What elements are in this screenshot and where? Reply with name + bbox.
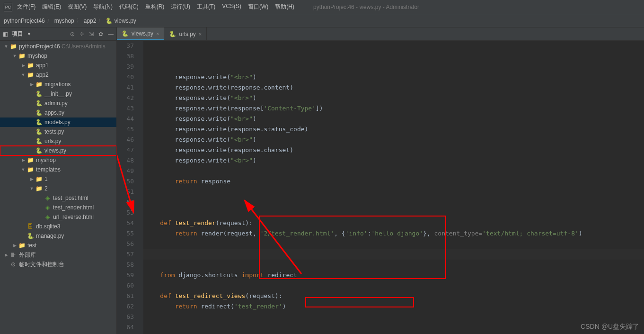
breadcrumb-item[interactable]: 🐍 views.py	[106, 18, 136, 24]
breadcrumb-item[interactable]: app2	[84, 18, 97, 24]
tree-item[interactable]: ⊘临时文件和控制台	[0, 260, 116, 269]
fold-gutter[interactable]	[138, 41, 143, 334]
menu-item[interactable]: 导航(N)	[91, 2, 115, 12]
tree-item[interactable]: 🐍__init__.py	[0, 89, 116, 99]
breadcrumb-bar: pythonProject46〉myshop〉app2〉🐍 views.py	[0, 14, 644, 27]
menu-item[interactable]: 文件(F)	[15, 2, 37, 12]
tree-item[interactable]: ▼📁app2	[0, 70, 116, 80]
dropdown-icon[interactable]: ▼	[27, 32, 31, 36]
tree-item[interactable]: ◈test_render.html	[0, 203, 116, 212]
tree-item[interactable]: 🐍models.py	[0, 117, 116, 127]
menu-item[interactable]: 帮助(H)	[273, 2, 296, 12]
app-logo: PC	[4, 3, 12, 11]
tree-item[interactable]: 🐍tests.py	[0, 127, 116, 136]
tree-item[interactable]: 🗄db.sqlite3	[0, 222, 116, 231]
tree-item[interactable]: 🐍admin.py	[0, 99, 116, 108]
tree-item[interactable]: 🐍urls.py	[0, 136, 116, 146]
hide-icon[interactable]: —	[108, 31, 114, 37]
tree-item[interactable]: ▼📁templates	[0, 165, 116, 174]
title-bar: PC 文件(F)编辑(E)视图(V)导航(N)代码(C)重构(R)运行(U)工具…	[0, 0, 644, 14]
code-content[interactable]: response.write("<br>") response.write(re…	[143, 41, 644, 334]
close-icon[interactable]: ×	[156, 31, 159, 36]
menu-item[interactable]: 运行(U)	[169, 2, 192, 12]
line-gutter: 3738394041424344454647484950515253545556…	[117, 41, 138, 334]
close-icon[interactable]: ×	[199, 31, 202, 37]
tree-item[interactable]: ▶📁app1	[0, 61, 116, 70]
tree-item[interactable]: ▼📁2	[0, 184, 116, 193]
tree-item[interactable]: 🐍views.py	[0, 146, 116, 155]
tree-item[interactable]: ◈url_reverse.html	[0, 212, 116, 222]
tree-item[interactable]: ▼📁pythonProject46 C:\Users\Adminis	[0, 42, 116, 51]
project-tree[interactable]: ▼📁pythonProject46 C:\Users\Adminis▼📁mysh…	[0, 41, 116, 334]
tree-item[interactable]: ▶📁migrations	[0, 80, 116, 89]
sidebar-header: ◧ 项目 ▼ ⊙ ≑ ⇲ ✿ —	[0, 27, 116, 41]
breadcrumb-item[interactable]: myshop	[54, 18, 74, 24]
menu-item[interactable]: 视图(V)	[66, 2, 88, 12]
watermark: CSDN @U盘失踪了	[581, 323, 639, 331]
main-menu: 文件(F)编辑(E)视图(V)导航(N)代码(C)重构(R)运行(U)工具(T)…	[15, 2, 296, 12]
collapse-icon[interactable]: ⇲	[89, 31, 94, 37]
tree-item[interactable]: ▶📁test	[0, 241, 116, 250]
breadcrumb-item[interactable]: pythonProject46	[4, 18, 45, 24]
project-sidebar: ◧ 项目 ▼ ⊙ ≑ ⇲ ✿ — ▼📁pythonProject46 C:\Us…	[0, 27, 117, 334]
project-tool-icon[interactable]: ◧	[3, 31, 8, 37]
tree-item[interactable]: 🐍apps.py	[0, 108, 116, 117]
tree-item[interactable]: ▶⊪外部库	[0, 250, 116, 260]
tree-item[interactable]: ◈test_post.html	[0, 193, 116, 203]
sidebar-title[interactable]: 项目	[12, 30, 23, 38]
expand-icon[interactable]: ≑	[79, 31, 84, 37]
menu-item[interactable]: 工具(T)	[195, 2, 217, 12]
menu-item[interactable]: 编辑(E)	[40, 2, 63, 12]
tree-item[interactable]: ▶📁1	[0, 174, 116, 184]
menu-item[interactable]: 重构(R)	[143, 2, 167, 12]
menu-item[interactable]: VCS(S)	[220, 2, 243, 12]
code-editor[interactable]: 3738394041424344454647484950515253545556…	[117, 41, 644, 334]
editor-tab[interactable]: 🐍urls.py×	[164, 27, 207, 40]
locate-icon[interactable]: ⊙	[70, 31, 75, 37]
tree-item[interactable]: 🐍manage.py	[0, 231, 116, 241]
editor-tabs: 🐍views.py×🐍urls.py×	[117, 27, 644, 41]
tree-item[interactable]: ▼📁myshop	[0, 51, 116, 61]
editor-tab[interactable]: 🐍views.py×	[117, 27, 164, 40]
menu-item[interactable]: 窗口(W)	[246, 2, 270, 12]
settings-icon[interactable]: ✿	[98, 31, 103, 37]
editor-area: 🐍views.py×🐍urls.py× 37383940414243444546…	[117, 27, 644, 334]
menu-item[interactable]: 代码(C)	[117, 2, 141, 12]
tree-item[interactable]: ▶📁myshop	[0, 155, 116, 165]
window-title: pythonProject46 - views.py - Administrat…	[313, 4, 419, 10]
